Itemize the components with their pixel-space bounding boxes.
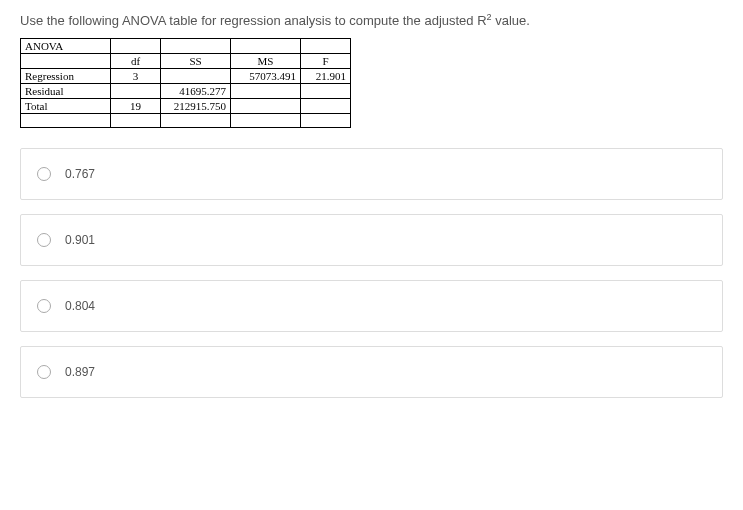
table-row: Residual 41695.277	[21, 84, 351, 99]
row-ms	[231, 99, 301, 114]
row-ss	[161, 69, 231, 84]
radio-icon	[37, 233, 51, 247]
question-prefix: Use the following ANOVA table for regres…	[20, 13, 487, 28]
row-df: 19	[111, 99, 161, 114]
option-3[interactable]: 0.897	[20, 346, 723, 398]
anova-title: ANOVA	[21, 39, 111, 54]
row-ss: 212915.750	[161, 99, 231, 114]
header-ms: MS	[231, 54, 301, 69]
row-ms: 57073.491	[231, 69, 301, 84]
question-text: Use the following ANOVA table for regres…	[20, 12, 723, 28]
header-f: F	[301, 54, 351, 69]
option-label: 0.804	[65, 299, 95, 313]
table-row: Regression 3 57073.491 21.901	[21, 69, 351, 84]
question-suffix: value.	[492, 13, 530, 28]
row-label: Regression	[21, 69, 111, 84]
row-label: Residual	[21, 84, 111, 99]
row-f: 21.901	[301, 69, 351, 84]
row-label: Total	[21, 99, 111, 114]
row-f	[301, 84, 351, 99]
row-df	[111, 84, 161, 99]
radio-icon	[37, 167, 51, 181]
option-0[interactable]: 0.767	[20, 148, 723, 200]
option-2[interactable]: 0.804	[20, 280, 723, 332]
option-label: 0.901	[65, 233, 95, 247]
option-label: 0.897	[65, 365, 95, 379]
option-label: 0.767	[65, 167, 95, 181]
row-ss: 41695.277	[161, 84, 231, 99]
radio-icon	[37, 299, 51, 313]
radio-icon	[37, 365, 51, 379]
table-row: Total 19 212915.750	[21, 99, 351, 114]
option-1[interactable]: 0.901	[20, 214, 723, 266]
anova-table: ANOVA df SS MS F Regression 3 57073.491 …	[20, 38, 351, 128]
row-df: 3	[111, 69, 161, 84]
row-f	[301, 99, 351, 114]
header-df: df	[111, 54, 161, 69]
header-ss: SS	[161, 54, 231, 69]
row-ms	[231, 84, 301, 99]
